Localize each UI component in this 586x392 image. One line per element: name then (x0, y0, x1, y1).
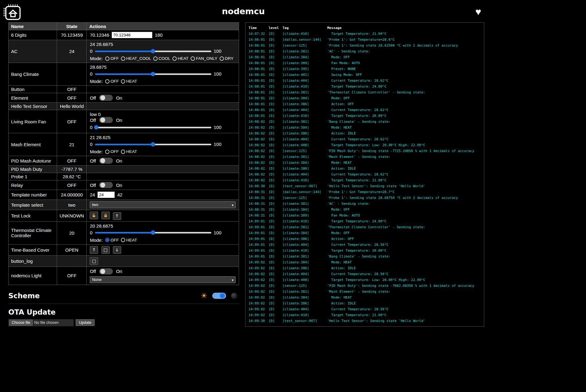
log-entry-tag: [dallas.sensor:144] (283, 37, 327, 43)
slider-thumb[interactable] (94, 125, 98, 130)
temperature-slider[interactable] (95, 142, 211, 147)
chevron-down-icon: ▾ (232, 202, 233, 208)
radio-icon[interactable] (220, 56, 224, 61)
log-entry: 14:08:02[D][climate:386] Action: IDLE (249, 166, 481, 171)
log-entry-time: 14:08:31 (249, 201, 269, 207)
log-entry-level: [D] (269, 54, 283, 60)
radio-icon[interactable] (121, 238, 125, 242)
log-entry-tag: [climate:386] (283, 236, 327, 242)
lock-icon (104, 213, 108, 217)
radio-icon[interactable] (153, 56, 158, 61)
mode-option-off[interactable]: OFF (105, 238, 119, 242)
log-entry: 14:08:01[D][climate:395] Preset: NONE (249, 66, 481, 72)
log-entry-tag: [climate:386] (283, 101, 327, 107)
log-entry-time: 14:08:02 (249, 125, 269, 130)
row-template-select: Template select two two ▾ (9, 200, 239, 210)
unlock-button[interactable] (90, 212, 98, 219)
log-entry-time: 14:08:02 (249, 166, 269, 171)
row-ac: AC 24 24 28.6875 0 100 Mode: OFF (9, 40, 239, 63)
mode-option-off[interactable]: OFF (105, 79, 119, 84)
radio-icon[interactable] (121, 56, 125, 61)
log-column-tag: Tag (283, 25, 327, 31)
log-entry: 14:08:01[D][climate:389] Fan Mode: AUTO (249, 60, 481, 66)
log-entry-message: 'Mash Element' - Sending state: (327, 154, 481, 160)
mode-option-off[interactable]: OFF (105, 56, 119, 61)
cover-up-button[interactable]: ↑ (90, 246, 98, 254)
toggle-switch[interactable] (99, 182, 113, 188)
log-column: Time level Tag Message 14:07:32[D][clima… (245, 22, 484, 327)
mode-option-fan-only[interactable]: FAN_ONLY (191, 56, 217, 61)
mode-option-dry[interactable]: DRY (220, 56, 233, 61)
log-entry-tag: [climate:386] (283, 265, 327, 271)
radio-icon[interactable] (105, 150, 109, 154)
slider-thumb[interactable] (151, 72, 155, 76)
radio-checked-icon[interactable] (105, 238, 109, 242)
press-button[interactable]: □ (90, 257, 98, 265)
log-entry: 14:08:01[D][dallas.sensor:144]'Probe 1':… (249, 37, 481, 43)
number-input[interactable] (112, 32, 152, 38)
mode-option-heat-cool[interactable]: HEAT_COOL (121, 56, 151, 61)
log-entry-message: Target Temperature: Low: 20.00°C High: 2… (327, 142, 481, 148)
entity-actions: Off On (87, 156, 239, 166)
mode-option-heat[interactable]: HEAT (121, 238, 137, 242)
slider-thumb[interactable] (151, 49, 155, 53)
entity-actions: Off On (87, 93, 239, 103)
toggle-switch[interactable] (99, 95, 113, 101)
log-entry: 14:08:01[D][climate:401] Swing Mode: OFF (249, 72, 481, 78)
log-entry-message: Target Temperature: 21.00°C (327, 177, 481, 183)
temperature-slider[interactable] (95, 49, 211, 54)
radio-icon[interactable] (121, 79, 125, 84)
radio-icon[interactable] (105, 56, 109, 61)
choose-file-button[interactable]: Choose file (9, 320, 33, 326)
mode-option-heat[interactable]: HEAT (121, 79, 137, 84)
log-entry-message: 'AC' - Sending state: (327, 48, 481, 54)
radio-icon[interactable] (121, 150, 125, 154)
radio-icon[interactable] (105, 79, 109, 84)
lock-button[interactable] (101, 212, 110, 219)
log-entry-level: [D] (269, 78, 283, 84)
number-input[interactable] (97, 192, 115, 198)
select-value: None (92, 277, 101, 282)
log-column-level: level (269, 25, 283, 31)
radio-icon[interactable] (191, 56, 195, 61)
log-entry-tag: [climate:384] (283, 54, 327, 60)
mode-label: Mode: (90, 79, 103, 84)
firmware-file-input[interactable]: Choose file No file chosen (8, 319, 74, 326)
toggle-switch[interactable] (99, 117, 113, 123)
log-entry-message: 'AC' - Sending state: (327, 201, 481, 207)
mode-label: Mode: (90, 149, 103, 154)
toggle-switch[interactable] (99, 268, 113, 274)
cover-stop-button[interactable]: □ (101, 246, 110, 254)
temperature-slider[interactable] (95, 72, 211, 76)
log-entry-message: Target Temperature: 20.00°C (327, 248, 481, 254)
entity-name: Test Lock (9, 210, 57, 222)
slider-thumb[interactable] (151, 142, 155, 146)
radio-icon[interactable] (172, 56, 177, 61)
log-entry-tag: [climate:381] (283, 89, 327, 95)
cover-down-button[interactable]: ↓ (113, 246, 121, 254)
slider-max-label: 100 (214, 142, 221, 147)
fan-speed-slider[interactable] (95, 125, 211, 130)
light-effect-dropdown[interactable]: None ▾ (90, 276, 236, 283)
mode-option-cool[interactable]: COOL (153, 56, 170, 61)
select-dropdown[interactable]: two ▾ (90, 201, 236, 208)
mode-option-off[interactable]: OFF (105, 149, 119, 154)
log-entry-message: Mode: OFF (327, 207, 481, 213)
lock-open-button[interactable]: ↑ (113, 212, 121, 220)
toggle-switch[interactable] (99, 158, 113, 164)
slider-min-label: 0 (90, 142, 92, 147)
scheme-toggle[interactable] (212, 293, 226, 299)
mode-option-heat[interactable]: HEAT (121, 149, 137, 154)
log-entry-time: 14:08:01 (249, 84, 269, 89)
update-button[interactable]: Update (76, 319, 95, 326)
toggle-on-label: On (116, 158, 122, 163)
slider-min-label: 0 (90, 71, 92, 76)
down-arrow-icon: ↓ (115, 247, 119, 252)
log-entry-time: 14:08:01 (249, 72, 269, 78)
log-entry-time: 14:09:01 (249, 218, 269, 224)
mode-option-heat[interactable]: HEAT (172, 56, 188, 61)
log-entry: 14:08:01[D][sensor:125]'Probe 1': Sendin… (249, 43, 481, 48)
temperature-slider[interactable] (95, 230, 211, 235)
slider-max-label: 100 (214, 48, 221, 54)
slider-thumb[interactable] (151, 230, 155, 235)
